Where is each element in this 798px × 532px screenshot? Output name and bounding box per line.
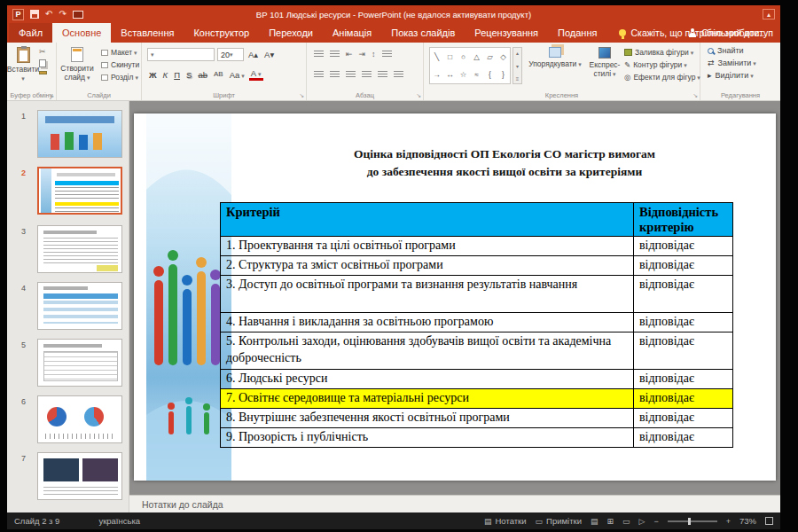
slideshow-view-icon[interactable]: ▷ [639, 517, 645, 526]
tab-animations[interactable]: Анімація [323, 23, 381, 43]
smartart-convert-icon[interactable] [394, 71, 403, 79]
find-button[interactable]: Знайти [708, 46, 780, 55]
slide-thumbnail-5[interactable]: 5 [37, 339, 126, 387]
font-name-combo[interactable] [147, 48, 215, 61]
undo-icon[interactable]: ↶ [45, 10, 52, 19]
start-slideshow-icon[interactable] [73, 11, 83, 19]
justify-icon[interactable] [362, 71, 372, 79]
slide-thumbnail-3[interactable]: 3 [37, 225, 126, 273]
slide-canvas-area[interactable]: Оцінка відповідності ОП Екологія СО магі… [129, 101, 780, 495]
shape-outline-button[interactable]: ✎Контур фігури [624, 60, 700, 69]
new-slide-button[interactable]: Створити слайд [57, 43, 98, 82]
current-slide[interactable]: Оцінка відповідності ОП Екологія СО магі… [134, 113, 776, 481]
slide-thumbnail-2[interactable]: 2 [37, 167, 126, 215]
text-direction-icon[interactable] [382, 51, 392, 59]
align-right-icon[interactable] [346, 71, 356, 79]
decrease-indent-icon[interactable]: ⇤ [346, 50, 353, 59]
text-shadow-button[interactable]: S [184, 71, 193, 80]
shape-star-icon[interactable]: ☆ [460, 70, 467, 79]
shapes-scrollbar[interactable]: ▴ ▾ ≡ [512, 47, 522, 84]
paragraph-dialog-launcher-icon[interactable]: ↘ [416, 92, 421, 99]
tab-design[interactable]: Конструктор [184, 23, 259, 43]
character-spacing-button[interactable]: АВ [212, 71, 225, 78]
tab-home[interactable]: Основне [52, 23, 111, 43]
section-button[interactable]: Розділ [101, 73, 139, 82]
zoom-slider[interactable] [668, 520, 717, 522]
quick-styles-button[interactable]: Експрес-стилі [585, 43, 624, 78]
shape-curve-icon[interactable]: ≈ [474, 70, 479, 79]
ribbon-display-options-icon[interactable]: ▴ [763, 9, 775, 20]
shape-diamond-icon[interactable]: ◇ [500, 52, 506, 61]
clipboard-dialog-launcher-icon[interactable]: ↘ [49, 92, 54, 99]
font-size-combo[interactable]: 20 [217, 48, 244, 61]
change-case-button[interactable]: Aa [228, 71, 246, 80]
slide-thumbnail-1[interactable]: 1 [37, 110, 126, 158]
paste-button[interactable]: Вставити [9, 43, 37, 82]
comments-toggle[interactable]: ▭Примітки [536, 516, 582, 526]
reading-view-icon[interactable]: ▭ [622, 517, 630, 526]
shape-double-arrow-icon[interactable]: ↔ [446, 70, 454, 79]
slide-sorter-view-icon[interactable]: ⊞ [606, 517, 614, 526]
align-left-icon[interactable] [314, 71, 324, 79]
shape-rect-icon[interactable]: □ [448, 52, 452, 61]
strikethrough-button[interactable]: ab [196, 71, 209, 80]
select-button[interactable]: ▸Виділити [708, 71, 780, 80]
shapes-more-icon[interactable]: ≡ [516, 76, 520, 82]
font-dialog-launcher-icon[interactable]: ↘ [299, 92, 304, 99]
zoom-level[interactable]: 73% [739, 516, 756, 526]
normal-view-icon[interactable]: ▤ [591, 517, 598, 526]
shape-triangle-icon[interactable]: △ [473, 52, 480, 61]
increase-indent-icon[interactable]: ⇥ [359, 50, 366, 59]
criteria-table[interactable]: Критерій Відповідність критерію 1. Проек… [220, 202, 733, 448]
fit-slide-to-window-icon[interactable] [765, 517, 773, 525]
shapes-scroll-up-icon[interactable]: ▴ [516, 50, 519, 56]
slide-title[interactable]: Оцінка відповідності ОП Екологія СО магі… [246, 145, 763, 180]
layout-button[interactable]: Макет [101, 48, 139, 57]
tab-view[interactable]: Подання [548, 23, 606, 43]
decrease-font-icon[interactable]: A▾ [262, 51, 276, 59]
bold-button[interactable]: Ж [147, 71, 159, 80]
notes-toggle[interactable]: ▤Нотатки [484, 516, 527, 526]
shape-line-icon[interactable]: ╲ [434, 52, 439, 61]
copy-icon[interactable] [39, 59, 46, 67]
share-button[interactable]: Спільний доступ [688, 23, 773, 43]
arrange-button[interactable]: Упорядкувати [527, 43, 583, 68]
drawing-dialog-launcher-icon[interactable]: ↘ [692, 92, 698, 99]
shape-effects-button[interactable]: ◎Ефекти для фігур [624, 73, 700, 82]
save-icon[interactable] [30, 10, 39, 19]
tab-transitions[interactable]: Переходи [259, 23, 323, 43]
shape-brace-left-icon[interactable]: { [489, 70, 491, 79]
language-indicator[interactable]: українська [98, 516, 140, 526]
align-center-icon[interactable] [330, 71, 340, 79]
zoom-out-button[interactable]: − [653, 517, 658, 526]
tab-review[interactable]: Рецензування [465, 23, 548, 43]
cut-icon[interactable]: ✂ [39, 48, 47, 56]
notes-pane[interactable]: Нотатки до слайда [129, 495, 780, 512]
tab-slideshow[interactable]: Показ слайдів [381, 23, 465, 43]
shapes-gallery[interactable]: ╲ □ ○ △ ▱ ◇ → ↔ ☆ ≈ { } [429, 47, 511, 84]
numbering-icon[interactable] [330, 51, 340, 59]
format-painter-icon[interactable] [39, 71, 47, 74]
shape-parallelogram-icon[interactable]: ▱ [487, 52, 493, 61]
bullets-icon[interactable] [314, 51, 324, 59]
shapes-scroll-down-icon[interactable]: ▾ [516, 63, 519, 69]
tab-file[interactable]: Файл [9, 23, 52, 43]
zoom-in-button[interactable]: + [726, 517, 731, 526]
italic-button[interactable]: К [161, 71, 170, 80]
replace-button[interactable]: ⇄Замінити [708, 59, 780, 67]
shape-ellipse-icon[interactable]: ○ [461, 52, 466, 61]
slide-thumbnail-7[interactable]: 7 [37, 452, 126, 500]
reset-button[interactable]: Скинути [101, 60, 139, 69]
shape-fill-button[interactable]: Заливка фігури [624, 48, 700, 57]
line-spacing-icon[interactable]: ↕ [372, 50, 376, 59]
redo-icon[interactable]: ↷ [59, 10, 66, 19]
underline-button[interactable]: П [172, 71, 182, 80]
font-color-button[interactable]: А [249, 69, 263, 81]
shape-brace-right-icon[interactable]: } [502, 70, 505, 79]
increase-font-icon[interactable]: A▴ [246, 51, 260, 59]
slide-thumbnail-4[interactable]: 4 [37, 282, 126, 330]
powerpoint-app-icon[interactable]: P [12, 9, 24, 20]
zoom-slider-thumb[interactable] [688, 518, 691, 525]
slide-thumbnail-6[interactable]: 6 [37, 395, 126, 443]
tab-insert[interactable]: Вставлення [111, 23, 184, 43]
